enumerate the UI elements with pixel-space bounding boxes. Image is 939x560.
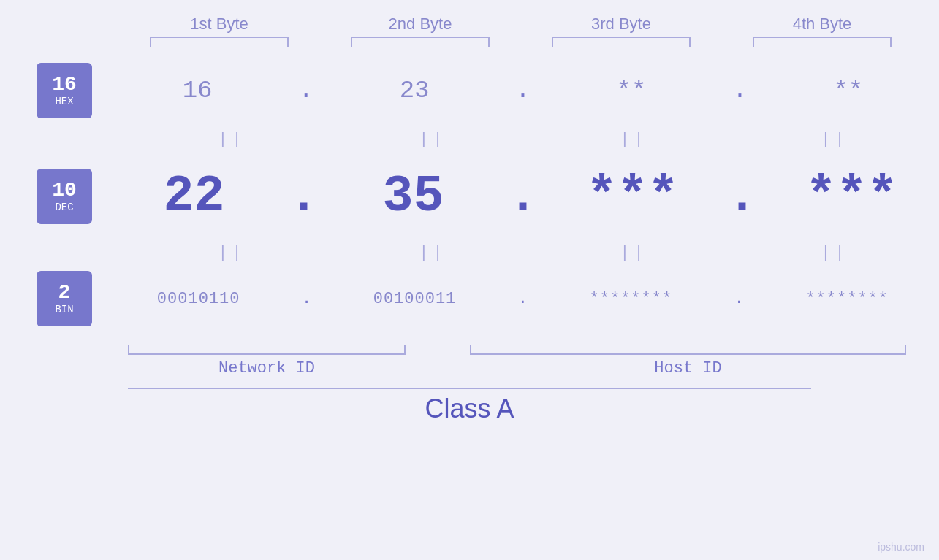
byte-header-3: 3rd Byte xyxy=(541,15,702,34)
host-id-label: Host ID xyxy=(470,359,906,377)
bin-values: 00010110 . 00100011 . ******** . *******… xyxy=(107,290,939,308)
dec-dot-3: . xyxy=(726,168,757,226)
dec-val-2: 35 xyxy=(332,168,493,226)
dec-dot-1: . xyxy=(288,168,319,226)
main-container: 1st Byte 2nd Byte 3rd Byte 4th Byte 16 H… xyxy=(0,0,939,560)
hex-badge-label: HEX xyxy=(55,96,73,107)
bracket-2 xyxy=(351,37,490,47)
bin-val-2: 00100011 xyxy=(335,290,495,308)
bin-row: 2 BIN 00010110 . 00100011 . ******** . *… xyxy=(0,258,939,339)
bin-badge-number: 2 xyxy=(58,282,71,304)
dec-val-4: *** xyxy=(771,168,932,226)
bin-dot-3: . xyxy=(734,290,744,308)
hex-dot-3: . xyxy=(732,77,747,104)
hex-row: 16 HEX 16 . 23 . ** . ** xyxy=(0,47,939,134)
host-bracket xyxy=(470,345,906,355)
hex-val-1: 16 xyxy=(117,77,278,104)
bin-val-3: ******** xyxy=(550,290,711,308)
network-bracket xyxy=(128,345,406,355)
bin-dot-1: . xyxy=(302,290,311,308)
dec-val-3: *** xyxy=(552,168,712,226)
dec-dot-2: . xyxy=(507,168,538,226)
top-brackets xyxy=(119,37,923,47)
dec-values: 22 . 35 . *** . *** xyxy=(107,168,939,226)
bin-dot-2: . xyxy=(518,290,528,308)
hex-dot-1: . xyxy=(298,77,313,104)
hex-badge: 16 HEX xyxy=(37,63,92,118)
hex-badge-number: 16 xyxy=(52,74,77,96)
bin-badge: 2 BIN xyxy=(37,271,92,326)
byte-header-4: 4th Byte xyxy=(742,15,902,34)
hex-val-2: 23 xyxy=(334,77,495,104)
bin-val-4: ******** xyxy=(767,290,927,308)
dec-badge-number: 10 xyxy=(52,180,77,202)
dec-row: 10 DEC 22 . 35 . *** . *** xyxy=(0,145,939,248)
bottom-brackets xyxy=(128,345,906,355)
dec-val-1: 22 xyxy=(113,168,274,226)
hex-values: 16 . 23 . ** . ** xyxy=(107,77,939,104)
class-section: Class A xyxy=(128,388,811,428)
hex-val-4: ** xyxy=(768,77,929,104)
byte-header-1: 1st Byte xyxy=(139,15,300,34)
bracket-4 xyxy=(753,37,892,47)
byte-headers: 1st Byte 2nd Byte 3rd Byte 4th Byte xyxy=(119,15,923,34)
bracket-1 xyxy=(150,37,289,47)
bracket-3 xyxy=(552,37,691,47)
class-label: Class A xyxy=(425,394,514,424)
dec-badge: 10 DEC xyxy=(37,169,92,224)
dec-badge-label: DEC xyxy=(55,202,73,213)
id-labels: Network ID Host ID xyxy=(128,359,906,377)
bin-badge-label: BIN xyxy=(55,304,73,315)
bin-val-1: 00010110 xyxy=(118,290,279,308)
network-id-label: Network ID xyxy=(128,359,406,377)
hex-dot-2: . xyxy=(515,77,530,104)
byte-header-2: 2nd Byte xyxy=(340,15,501,34)
hex-val-3: ** xyxy=(551,77,712,104)
watermark: ipshu.com xyxy=(878,541,924,553)
